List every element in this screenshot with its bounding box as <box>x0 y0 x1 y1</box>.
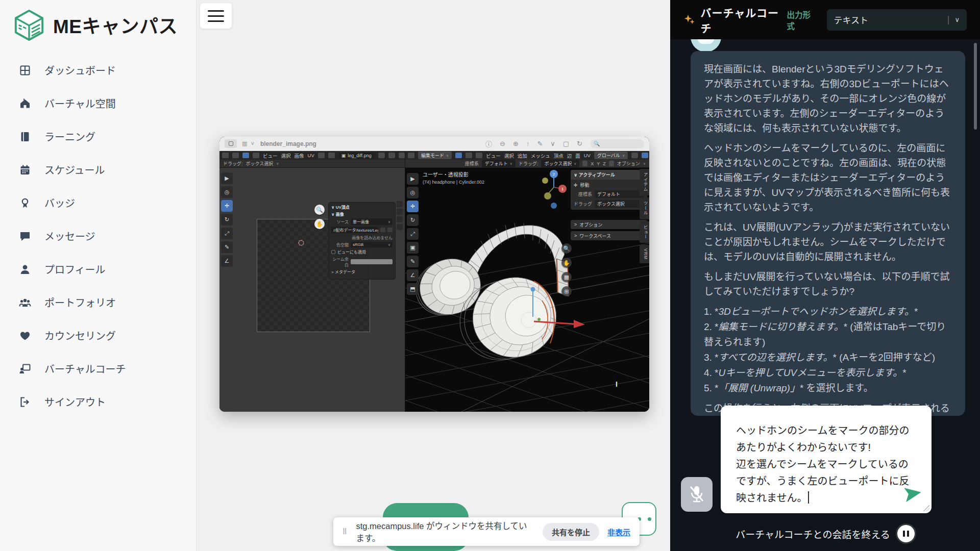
panel-section-uv: ∨ UV頂点 <box>331 204 393 210</box>
mic-muted-button[interactable] <box>681 477 713 512</box>
open-image-icon <box>399 153 405 158</box>
metadata-section: > メタデータ <box>331 269 393 274</box>
book-icon <box>19 131 31 143</box>
side-tab-icon <box>397 201 403 207</box>
group-icon <box>19 296 31 309</box>
zoom-out-icon[interactable]: ⊖ <box>500 140 505 147</box>
hide-link[interactable]: 非表示 <box>607 527 630 537</box>
sidebar-item-virtual-space[interactable]: バーチャル空間 <box>0 87 197 120</box>
message-paragraph: これは、UV展開(UVアンラップ)がまだ実行されていないことが原因かもしれません… <box>704 220 952 264</box>
info-icon[interactable]: ⓘ <box>485 139 492 148</box>
send-plane-icon <box>904 486 922 502</box>
hamburger-bar <box>208 10 224 12</box>
pause-conversation-button[interactable] <box>897 525 915 542</box>
navigation-gizmo: 2 1 <box>542 170 567 209</box>
person-icon <box>19 263 31 276</box>
sidebar-item-message[interactable]: メッセージ <box>0 219 197 253</box>
drag-handle-icon[interactable]: ‖ <box>342 527 348 537</box>
share-icon[interactable]: ↑ <box>526 140 530 147</box>
search-icon: 🔍 <box>594 141 600 146</box>
drag-value: ボックス選択 <box>246 160 274 167</box>
seam-label: シーム余白 <box>331 256 349 267</box>
view-name: ユーザー・透視投影 <box>423 171 484 179</box>
menu-image: 画像 <box>295 152 304 159</box>
hamburger-menu-button[interactable] <box>200 3 232 29</box>
source-value: 単一画像∨ <box>351 218 393 225</box>
panel-section-image: ∨ 画像 <box>331 211 393 217</box>
preview-search-input[interactable]: 🔍 <box>590 139 644 148</box>
menu-add: 追加 <box>518 152 527 159</box>
uv-editor-toolbar: ▶ ◎ ✛ ↻ ⤢ ✎ ∠ <box>221 172 233 267</box>
sidebar-toggle-icon[interactable]: ▥ ˅ <box>242 140 255 147</box>
menu-select: 選択 <box>281 152 291 159</box>
options-label: オプション <box>617 160 640 167</box>
viewport-side-tabs: アイテム ツール ビュー VRM <box>640 169 649 263</box>
menu-select: 選択 <box>504 152 514 159</box>
sidebar-item-signout[interactable]: サインアウト <box>0 385 197 418</box>
pan-hand-icon: ✋ <box>314 219 325 229</box>
chat-input[interactable]: ヘッドホンのシームをマークの部分のあたりがよくわからないです! 辺を選んでシーム… <box>721 406 932 513</box>
side-tab-icon <box>397 216 403 222</box>
sidebar-item-label: ダッシュボード <box>44 63 116 78</box>
sidebar-item-virtual-coach[interactable]: バーチャルコーチ <box>0 352 197 385</box>
mode-icon <box>253 153 259 158</box>
sidebar-item-portfolio[interactable]: ポートフォリオ <box>0 286 197 319</box>
orientation-selector: グローバル∨ <box>594 152 628 159</box>
window-control-button[interactable] <box>225 139 237 148</box>
side-tab-icon <box>397 224 403 230</box>
logo[interactable]: MEキャンパス <box>13 8 187 42</box>
step-line: 5. *「展開 (Unwrap)」* を選択します。 <box>704 381 952 396</box>
mode-selector: 編集モード∨ <box>418 152 452 159</box>
uv-editor-side-tabs <box>397 201 403 240</box>
chat-scrollbar[interactable] <box>974 43 977 130</box>
menu-view: ビュー <box>263 152 278 159</box>
colorspace-value: sRGB∨ <box>351 242 393 247</box>
move-label: 移動 <box>580 182 590 188</box>
rotate-icon[interactable]: ↻ <box>577 140 582 147</box>
markup-pencil-icon[interactable]: ✎ <box>537 140 543 147</box>
move-tool-icon: ✛ <box>221 200 233 212</box>
resize-handle[interactable] <box>923 505 929 511</box>
menu-edge: 辺 <box>567 152 572 159</box>
hamburger-bar <box>208 15 224 17</box>
send-button[interactable] <box>904 486 922 502</box>
sidebar-item-schedule[interactable]: スケジュール <box>0 153 197 186</box>
sidebar-item-dashboard[interactable]: ダッシュボード <box>0 54 197 87</box>
virtual-coach-panel: バーチャルコーチ 出力形式 テキスト | ∨ 現在画面には、Blenderという… <box>670 0 980 551</box>
pan-hand-icon: ✋ <box>561 258 572 268</box>
sidebar-item-learning[interactable]: ラーニング <box>0 120 197 153</box>
checkbox-icon <box>331 250 335 254</box>
zoom-in-icon[interactable]: ⊕ <box>513 140 519 147</box>
viewport-tool-settings: 座標系 デフォルト∨ ドラッグ: ボックス選択∨ X Y Z オプション ∨ <box>405 160 649 168</box>
chat-input-text: ヘッドホンのシームをマークの部分のあたりがよくわからないです! 辺を選んでシーム… <box>736 425 910 504</box>
crop-icon[interactable]: ▢ <box>563 140 569 147</box>
output-format-select[interactable]: テキスト | ∨ <box>827 9 967 31</box>
zoom-widget-icon: 🔍 <box>314 205 325 215</box>
coach-message-bubble: 現在画面には、Blenderという3Dモデリングソフトウェアが表示されていますね… <box>691 51 965 416</box>
mecampus-app: MEキャンパス ダッシュボード バーチャル空間 ラーニング スケジュール <box>0 0 980 551</box>
viewport-nav-widgets: 🔍 ✋ ▦ ⊞ <box>561 243 572 296</box>
stop-sharing-button[interactable]: 共有を停止 <box>543 523 599 541</box>
sidebar-item-label: バーチャル空間 <box>44 96 116 111</box>
reload-icon <box>387 228 393 232</box>
me-cube-logo-icon <box>13 9 45 41</box>
chevron-down-icon: ∨ <box>954 16 960 23</box>
share-message: stg.mecampus.life がウィンドウを共有しています。 <box>356 519 534 544</box>
axis-z: Z <box>603 161 606 166</box>
cursor-tool-icon: ▶ <box>221 172 233 184</box>
text-caret <box>808 491 809 504</box>
sidebar-item-label: バーチャルコーチ <box>44 361 126 376</box>
shared-window-preview: ▥ ˅ blender_image.png ⓘ ⊖ ⊕ ↑ ✎ ∨ ▢ ↻ 🔍 <box>219 137 649 412</box>
sidebar-item-profile[interactable]: プロフィール <box>0 253 197 286</box>
zoom-widget-icon: 🔍 <box>561 243 572 254</box>
chevron-down-icon[interactable]: ∨ <box>550 140 555 147</box>
uv-editor-tool-settings: ドラッグ: ボックス選択 ∨ <box>219 160 405 168</box>
step-line: 1. *3Dビューポートでヘッドホンを選択します。* <box>704 304 952 319</box>
sidebar-item-badge[interactable]: バッジ <box>0 186 197 219</box>
dashboard-icon <box>19 64 31 77</box>
select-divider: | <box>947 14 950 25</box>
mic-slash-icon <box>688 485 705 504</box>
proportional-icon <box>642 153 648 158</box>
sidebar-item-counseling[interactable]: カウンセリング <box>0 319 197 352</box>
snap-icon <box>631 153 638 158</box>
